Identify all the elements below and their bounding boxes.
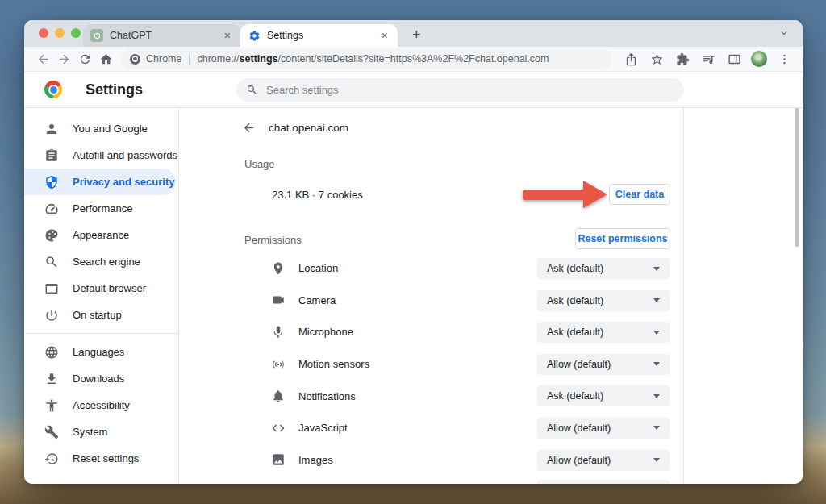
tab-title: ChatGPT xyxy=(110,30,222,41)
annotation-arrow xyxy=(523,181,607,208)
location-pin-icon xyxy=(271,261,286,276)
origin-label: Chrome xyxy=(146,53,181,65)
permission-row-notifications: Notifications Ask (default) xyxy=(24,380,803,412)
usage-value: 23.1 KB · 7 cookies xyxy=(272,189,363,201)
back-arrow-icon[interactable] xyxy=(239,118,258,137)
divider xyxy=(189,53,190,65)
chevron-down-icon xyxy=(653,267,660,271)
chevron-down-icon xyxy=(653,298,660,302)
new-tab-button[interactable]: + xyxy=(407,26,426,44)
bookmark-star-icon[interactable] xyxy=(646,49,667,69)
toolbar-actions xyxy=(620,49,795,69)
home-button[interactable] xyxy=(95,49,116,69)
microphone-icon xyxy=(271,325,286,339)
gear-icon xyxy=(248,29,261,42)
settings-header: Settings xyxy=(24,72,803,108)
desktop-wallpaper: ChatGPT × Settings × + xyxy=(0,0,826,504)
video-camera-icon xyxy=(271,293,286,307)
permission-dropdown[interactable]: Ask (default) xyxy=(537,385,670,406)
chatgpt-logo-icon xyxy=(90,29,103,42)
tab-search-chevron-icon[interactable] xyxy=(778,27,791,40)
settings-search-box[interactable] xyxy=(236,78,684,102)
close-window-button[interactable] xyxy=(39,28,48,38)
page-title: Settings xyxy=(86,81,143,98)
share-icon[interactable] xyxy=(620,49,641,69)
close-tab-icon[interactable]: × xyxy=(379,29,390,42)
chevron-down-icon xyxy=(653,426,660,430)
permissions-list: Location Ask (default) Camera Ask (defau xyxy=(24,252,803,476)
address-bar[interactable]: Chrome chrome://settings/content/siteDet… xyxy=(121,49,612,69)
permissions-section-label: Permissions xyxy=(244,234,302,246)
kebab-menu-icon[interactable] xyxy=(774,49,795,69)
permission-dropdown[interactable]: Ask (default) xyxy=(537,290,670,311)
forward-button[interactable] xyxy=(53,49,74,69)
chevron-down-icon xyxy=(653,458,660,462)
chevron-down-icon xyxy=(653,331,660,335)
browser-toolbar: Chrome chrome://settings/content/siteDet… xyxy=(24,47,803,72)
minimize-window-button[interactable] xyxy=(55,28,65,38)
window-controls xyxy=(39,28,81,38)
permission-dropdown[interactable]: Ask (default) xyxy=(537,258,670,279)
image-icon xyxy=(271,452,286,467)
permission-row-motion-sensors: Motion sensors Allow (default) xyxy=(24,348,803,381)
chrome-glyph-icon xyxy=(130,54,140,65)
permission-row-location: Location Ask (default) xyxy=(24,252,803,285)
site-name: chat.openai.com xyxy=(269,122,348,134)
back-button[interactable] xyxy=(32,49,53,69)
usage-section-label: Usage xyxy=(244,158,275,170)
permission-row-microphone: Microphone Ask (default) xyxy=(24,316,803,348)
permission-dropdown[interactable]: Ask (default) xyxy=(537,322,670,343)
clear-data-button[interactable]: Clear data xyxy=(609,184,670,205)
close-tab-icon[interactable]: × xyxy=(222,29,233,42)
site-details-page: chat.openai.com Usage 23.1 KB · 7 cookie… xyxy=(24,108,803,484)
partially-visible-dropdown xyxy=(537,480,670,484)
permission-row-camera: Camera Ask (default) xyxy=(24,285,803,317)
chevron-down-icon xyxy=(653,362,660,366)
settings-body: You and Google Autofill and passwords Pr… xyxy=(24,108,803,484)
side-panel-icon[interactable] xyxy=(724,49,745,69)
reload-button[interactable] xyxy=(74,49,95,69)
permission-dropdown[interactable]: Allow (default) xyxy=(537,354,670,375)
profile-avatar[interactable] xyxy=(751,51,767,67)
tab-chatgpt[interactable]: ChatGPT × xyxy=(83,24,240,47)
permission-row-javascript: JavaScript Allow (default) xyxy=(24,412,803,444)
bell-icon xyxy=(271,389,286,403)
tab-title: Settings xyxy=(267,30,379,41)
extensions-puzzle-icon[interactable] xyxy=(672,49,693,69)
media-playlist-icon[interactable] xyxy=(698,49,719,69)
permission-dropdown[interactable]: Allow (default) xyxy=(537,418,670,439)
chevron-down-icon xyxy=(653,394,660,398)
permission-dropdown[interactable]: Allow (default) xyxy=(537,450,670,471)
code-brackets-icon xyxy=(271,421,286,435)
url-text: chrome://settings/content/siteDetails?si… xyxy=(197,53,549,65)
search-input[interactable] xyxy=(266,84,674,96)
browser-window: ChatGPT × Settings × + xyxy=(24,20,803,484)
search-icon xyxy=(246,84,258,96)
tab-settings[interactable]: Settings × xyxy=(240,24,398,47)
motion-sensors-icon xyxy=(271,357,286,372)
tab-strip: ChatGPT × Settings × + xyxy=(24,20,803,47)
reset-permissions-button[interactable]: Reset permissions xyxy=(575,228,670,249)
scrollbar-thumb[interactable] xyxy=(795,108,799,247)
permission-row-images: Images Allow (default) xyxy=(24,444,803,477)
chrome-logo-icon xyxy=(44,81,62,98)
zoom-window-button[interactable] xyxy=(71,28,81,38)
